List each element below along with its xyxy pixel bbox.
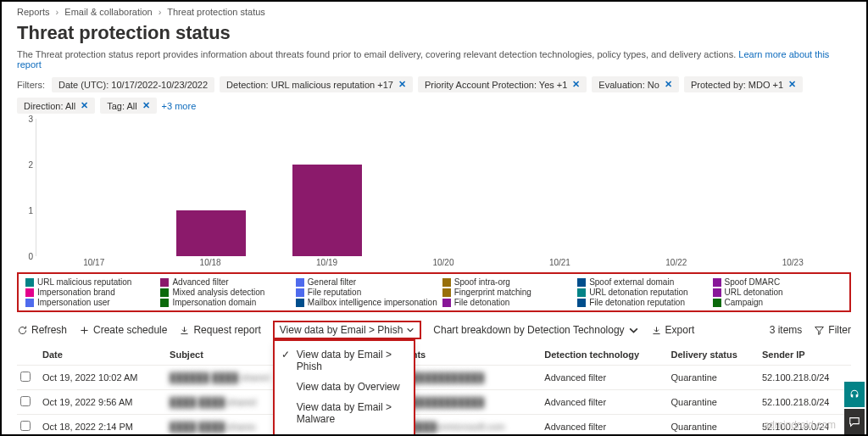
legend-swatch: [160, 278, 169, 287]
filter-button[interactable]: Filter: [814, 324, 851, 336]
filter-icon: [814, 325, 825, 336]
x-tick-label: 10/19: [269, 256, 385, 267]
view-data-dropdown[interactable]: View data by Email > Phish View data by …: [273, 321, 422, 339]
view-data-menu: View data by Email > PhishView data by O…: [273, 339, 415, 436]
col-sender-ip[interactable]: Sender IP: [759, 344, 851, 366]
close-icon[interactable]: ✕: [665, 79, 672, 90]
dropdown-option[interactable]: View data by Overview: [275, 377, 414, 397]
button-label: Export: [665, 324, 695, 336]
legend-swatch: [713, 299, 721, 307]
filter-pill-tag[interactable]: Tag: All✕: [100, 98, 156, 114]
bar[interactable]: [176, 210, 246, 256]
x-tick-label: 10/23: [735, 256, 851, 267]
chevron-right-icon: ›: [56, 7, 59, 17]
close-icon[interactable]: ✕: [572, 79, 580, 90]
legend-item[interactable]: URL malicious reputation: [25, 277, 155, 287]
bar-column: [386, 119, 502, 256]
row-checkbox[interactable]: [20, 396, 31, 406]
legend-item[interactable]: URL detonation reputation: [577, 288, 707, 297]
page-title: Threat protection status: [2, 19, 866, 49]
create-schedule-button[interactable]: Create schedule: [79, 324, 167, 336]
chevron-down-icon: [406, 326, 415, 334]
breadcrumb-item[interactable]: Reports: [17, 7, 50, 17]
table-row[interactable]: Oct 19, 2022 9:56 AM████ ████ sharedd.on…: [17, 390, 851, 415]
cell-delivery: Quarantine: [668, 366, 759, 390]
close-icon[interactable]: ✕: [142, 100, 150, 111]
legend-label: Spoof intra-org: [454, 277, 510, 287]
legend-item[interactable]: File detonation: [442, 298, 572, 307]
legend-swatch: [577, 288, 586, 297]
cell-delivery: Quarantine: [668, 415, 759, 437]
cell-detection: Advanced filter: [541, 366, 667, 390]
legend-item[interactable]: Campaign: [713, 298, 843, 307]
col-date[interactable]: Date: [39, 344, 166, 366]
row-checkbox[interactable]: [20, 372, 31, 382]
chevron-right-icon: ›: [159, 7, 162, 17]
y-axis: 0123: [18, 119, 35, 256]
filter-pill-evaluation[interactable]: Evaluation: No✕: [592, 76, 679, 92]
legend-label: Spoof DMARC: [725, 277, 781, 287]
help-tab[interactable]: [844, 382, 865, 407]
refresh-button[interactable]: Refresh: [17, 324, 67, 336]
legend-item[interactable]: File detonation reputation: [577, 298, 707, 307]
filter-pill-detection[interactable]: Detection: URL malicious reputation +17✕: [220, 76, 413, 92]
legend-item[interactable]: Advanced filter: [160, 277, 290, 287]
dropdown-option[interactable]: View data by Email > Malware: [275, 397, 414, 429]
legend-item[interactable]: File reputation: [296, 288, 437, 297]
filter-pill-direction[interactable]: Direction: All✕: [17, 98, 95, 114]
filter-pill-priority[interactable]: Priority Account Protection: Yes +1✕: [418, 76, 587, 92]
close-icon[interactable]: ✕: [81, 100, 88, 111]
dropdown-option[interactable]: View data by Email > Phish: [275, 344, 414, 377]
bar-column: [270, 119, 386, 256]
legend-item[interactable]: Impersonation brand: [25, 288, 155, 297]
dropdown-label: Chart breakdown by Detection Technology: [433, 324, 624, 336]
headset-icon: [849, 388, 860, 400]
cell-ip: 52.100.218.0/24: [759, 390, 851, 415]
breadcrumb-item[interactable]: Email & collaboration: [64, 7, 152, 17]
x-tick-label: 10/21: [502, 256, 618, 267]
legend-item[interactable]: Fingerprint matching: [442, 288, 572, 297]
chart-breakdown-dropdown[interactable]: Chart breakdown by Detection Technology: [433, 324, 638, 336]
bar[interactable]: [292, 165, 362, 256]
legend-item[interactable]: Mailbox intelligence impersonation: [296, 298, 437, 307]
pill-text: Evaluation: No: [598, 80, 659, 90]
row-checkbox[interactable]: [20, 421, 31, 431]
legend-label: Fingerprint matching: [454, 288, 531, 297]
legend-item[interactable]: Spoof external domain: [577, 277, 707, 287]
download-icon: [651, 325, 662, 336]
legend-item[interactable]: URL detonation: [713, 288, 843, 297]
legend-label: URL detonation reputation: [589, 288, 687, 297]
table-header-row: Date Subject Recipients Detection techno…: [17, 344, 851, 366]
legend-swatch: [296, 299, 304, 307]
close-icon[interactable]: ✕: [788, 79, 796, 90]
filters-label: Filters:: [17, 80, 45, 90]
table-row[interactable]: Oct 18, 2022 2:14 PM████ ████ sharescomg…: [17, 415, 851, 437]
close-icon[interactable]: ✕: [398, 79, 406, 90]
feedback-tab[interactable]: [844, 409, 865, 434]
legend-label: General filter: [308, 277, 356, 287]
export-button[interactable]: Export: [651, 324, 695, 336]
legend-item[interactable]: General filter: [296, 277, 437, 287]
legend-swatch: [296, 278, 304, 287]
table-row[interactable]: Oct 19, 2022 10:02 AM██████ ████ sharedd…: [17, 366, 851, 390]
legend-swatch: [25, 299, 34, 307]
legend-item[interactable]: Impersonation domain: [160, 298, 290, 307]
legend-swatch: [160, 299, 169, 307]
filter-pill-date[interactable]: Date (UTC): 10/17/2022-10/23/2022: [52, 77, 214, 92]
legend-label: URL detonation: [725, 288, 783, 297]
legend-item[interactable]: Spoof DMARC: [713, 277, 843, 287]
filters-more-link[interactable]: +3 more: [162, 101, 197, 111]
request-report-button[interactable]: Request report: [179, 324, 260, 336]
cell-date: Oct 19, 2022 9:56 AM: [39, 390, 166, 415]
legend-label: Impersonation domain: [172, 298, 256, 307]
watermark: admindroid.com: [764, 419, 836, 431]
col-delivery[interactable]: Delivery status: [668, 344, 759, 366]
legend-swatch: [25, 288, 34, 297]
legend-label: URL malicious reputation: [37, 277, 131, 287]
col-detection[interactable]: Detection technology: [541, 344, 667, 366]
legend-item[interactable]: Spoof intra-org: [442, 277, 572, 287]
button-label: Create schedule: [93, 324, 167, 336]
legend-item[interactable]: Impersonation user: [25, 298, 155, 307]
filter-pill-protected[interactable]: Protected by: MDO +1✕: [684, 76, 803, 92]
legend-item[interactable]: Mixed analysis detection: [160, 288, 290, 297]
